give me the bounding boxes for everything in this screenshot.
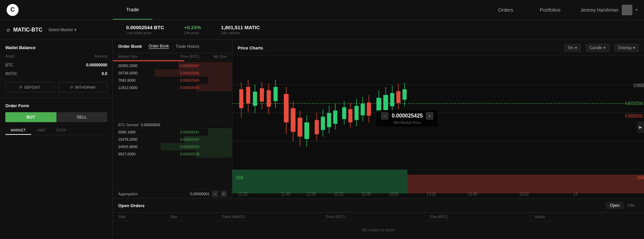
order-type-limit[interactable]: LIMIT: [31, 126, 51, 135]
orders-col-status: Status: [534, 215, 639, 219]
svg-rect-71: [396, 91, 400, 103]
sell-price-1: 0.00002547: [166, 64, 214, 68]
user-area[interactable]: Jeremy Harshman ▾: [574, 0, 644, 20]
spread-value: 0.00000003: [141, 123, 160, 127]
overlay-button[interactable]: Overlay ▾: [614, 44, 639, 52]
svg-rect-44: [333, 111, 337, 124]
price-charts-panel: Price Charts 5m ▾ Candle ▾ Overlay ▾: [232, 40, 644, 198]
deposit-icon: ⊙: [19, 85, 22, 89]
deposit-label: DEPOSIT: [24, 85, 40, 89]
withdraw-button[interactable]: ⊙ WITHDRAW: [58, 82, 108, 92]
order-type-market[interactable]: MARKET: [5, 126, 31, 135]
market-pair-area: ⌀ MATIC-BTC Select Market ▾: [7, 26, 120, 34]
buy-row-1[interactable]: 5095.1000 0.00002541 -: [113, 128, 232, 136]
asset-header: Asset Amount: [5, 54, 107, 58]
ob-sell-rows: 20350.2000 0.00002547 - 29736.5000 0.000…: [113, 60, 232, 121]
buy-size-4: 9027.0000: [118, 152, 166, 156]
sell-row-1[interactable]: 20350.2000 0.00002547 -: [113, 62, 232, 69]
mid-price-minus[interactable]: −: [381, 112, 388, 120]
sell-tab[interactable]: SELL: [56, 112, 108, 122]
mid-price-value: 0.000025425: [392, 113, 423, 119]
withdraw-icon: ⊙: [70, 85, 73, 89]
open-tab[interactable]: Open: [606, 202, 623, 209]
svg-rect-17: [267, 90, 271, 107]
svg-rect-29: [297, 118, 302, 136]
order-form-section: Order Form BUY SELL MARKET LIMIT STOP: [0, 98, 113, 140]
aggregation-row: Aggregation 0.00000001 − +: [113, 189, 232, 198]
buy-sell-tabs: BUY SELL: [5, 112, 107, 122]
nav-orders[interactable]: Orders: [485, 0, 526, 20]
aggregation-controls: − +: [212, 191, 227, 197]
order-type-tabs: MARKET LIMIT STOP: [5, 126, 107, 135]
buy-price-3: 0.00002539: [166, 145, 214, 149]
order-book-header: Order Book Order Book Trade History: [113, 40, 232, 53]
agg-minus-button[interactable]: −: [212, 191, 218, 197]
sell-row-4[interactable]: 11812.5000 0.00002544 -: [113, 84, 232, 91]
buy-tab[interactable]: BUY: [5, 112, 56, 122]
trade-history-tab[interactable]: Trade History: [176, 44, 200, 49]
deposit-button[interactable]: ⊙ DEPOSIT: [5, 82, 54, 92]
spread-row: BTC Spread 0.00000003: [113, 121, 232, 128]
top-nav: C Trade Orders Portfolios Jeremy Harshma…: [0, 0, 644, 20]
sell-row-3[interactable]: 7062.6000 0.00002545 -: [113, 77, 232, 84]
svg-rect-68: [390, 93, 394, 106]
mid-price-plus[interactable]: +: [426, 112, 433, 120]
buy-size-2: 15478.2000: [118, 137, 166, 141]
svg-text:200k: 200k: [236, 175, 243, 180]
order-type-stop[interactable]: STOP: [51, 126, 72, 135]
market-bar: ⌀ MATIC-BTC Select Market ▾ 0.00002544 B…: [0, 20, 644, 40]
nav-trade[interactable]: Trade: [113, 0, 152, 20]
matic-name: MATIC: [5, 71, 17, 76]
stat-24h-price: +0.24% 24h price: [184, 25, 201, 35]
aggregation-label: Aggregation: [118, 192, 190, 196]
select-market-button[interactable]: Select Market ▾: [46, 26, 79, 34]
buy-price-2: 0.00002540: [166, 137, 214, 141]
col-price: Price (BTC): [166, 54, 214, 58]
wallet-balance-title: Wallet Balance: [5, 45, 107, 50]
24h-price-label: 24h price: [184, 31, 201, 35]
sell-price-4: 0.00002544: [166, 86, 214, 90]
chart-type-button[interactable]: Candle ▾: [586, 44, 609, 52]
order-book-tab[interactable]: Order Book: [149, 44, 169, 49]
orders-col-size: Size: [170, 215, 222, 219]
fills-tab[interactable]: Fills: [624, 202, 639, 209]
order-book-title: Order Book: [118, 44, 142, 49]
logo-area: C: [0, 0, 113, 20]
buy-size-1: 5095.1000: [118, 130, 166, 134]
svg-rect-56: [361, 104, 364, 116]
market-pair-name: MATIC-BTC: [13, 27, 42, 33]
btc-amount: 0.00000000: [86, 63, 107, 67]
buy-price-1: 0.00002541: [166, 130, 214, 134]
buy-row-4[interactable]: 9027.0000 0.00002538 -: [113, 150, 232, 158]
last-trade-value: 0.00002544 BTC: [126, 25, 164, 30]
stat-24h-volume: 1,801,511 MATIC 24h volume: [221, 25, 260, 35]
svg-rect-38: [321, 117, 325, 130]
agg-plus-button[interactable]: +: [221, 191, 227, 197]
nav-portfolios[interactable]: Portfolios: [526, 0, 574, 20]
aggregation-value: 0.00000001: [190, 192, 209, 196]
sell-size-1: 20350.2000: [118, 64, 166, 68]
spread-label: BTC Spread: [118, 123, 138, 127]
svg-rect-74: [403, 89, 407, 100]
svg-rect-90: [232, 170, 407, 193]
wallet-balance-section: Wallet Balance Asset Amount BTC 0.000000…: [0, 40, 113, 98]
buy-row-3[interactable]: 24925.9000 0.00002539 -: [113, 143, 232, 150]
buy-my-2: -: [213, 137, 227, 141]
timeframe-button[interactable]: 5m ▾: [564, 44, 581, 52]
order-book-cols: Market Size Price (BTC) My Size: [113, 53, 232, 60]
open-orders-header: Open Orders Open Fills: [113, 199, 644, 213]
wallet-actions: ⊙ DEPOSIT ⊙ WITHDRAW: [5, 82, 107, 92]
app-logo[interactable]: C: [7, 4, 19, 16]
svg-rect-23: [284, 94, 288, 122]
svg-rect-65: [383, 95, 388, 110]
open-orders-panel: Open Orders Open Fills Side Size Filled …: [113, 198, 644, 239]
buy-row-2[interactable]: 15478.2000 0.00002540 -: [113, 136, 232, 143]
left-panel: Wallet Balance Asset Amount BTC 0.000000…: [0, 40, 113, 239]
user-name: Jeremy Harshman: [581, 7, 618, 13]
asset-row-matic: MATIC 0.0: [5, 69, 107, 78]
buy-my-3: -: [213, 145, 227, 149]
chart-expand-button[interactable]: ▶: [637, 121, 644, 133]
center-panel: Order Book Order Book Trade History Mark…: [113, 40, 644, 239]
svg-rect-91: [407, 175, 644, 194]
sell-row-2[interactable]: 29736.5000 0.00002546 -: [113, 69, 232, 77]
